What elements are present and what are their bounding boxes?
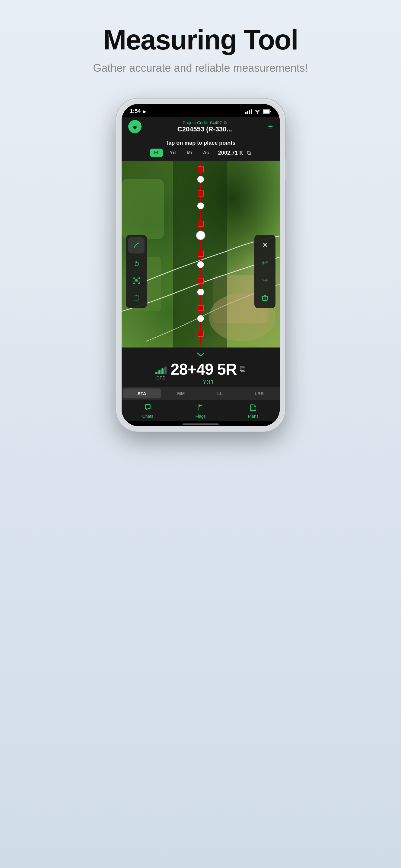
station-value: 28+49 5R (171, 360, 237, 378)
seg-btn-lrs[interactable]: LRS (240, 389, 279, 398)
delete-btn[interactable] (257, 290, 273, 306)
header-center: Project Code: 64407 ⧉ C204553 (R-330... (142, 120, 268, 133)
unit-tabs: Ft Yd Mi Ac 2002.71 ft ⧉ (128, 149, 273, 157)
hand-tool-btn[interactable] (128, 255, 145, 271)
page-subtitle: Gather accurate and reliable measurement… (93, 62, 308, 74)
svg-rect-11 (198, 191, 203, 196)
svg-point-17 (197, 176, 204, 183)
svg-rect-1 (247, 111, 248, 114)
home-indicator (122, 421, 280, 426)
tab-bar: Chats Flags (122, 400, 280, 421)
battery-icon (263, 110, 271, 114)
unit-tab-ac[interactable]: Ac (199, 149, 213, 157)
copy-station-icon[interactable]: ⧉ (239, 364, 246, 374)
phone-shell: 1:54 ▶ (116, 98, 285, 432)
gps-label: GPS (156, 375, 165, 380)
tap-hint: Tap on map to place points (128, 140, 273, 146)
gps-bar-4 (165, 367, 167, 374)
svg-rect-10 (198, 167, 203, 172)
station-info: 28+49 5R ⧉ Y31 (171, 360, 246, 386)
app-header: Project Code: 64407 ⧉ C204553 (R-330... … (122, 117, 280, 137)
svg-rect-2 (249, 110, 250, 114)
time-display: 1:54 (130, 108, 141, 115)
segment-control: STA MM LL LRS (122, 387, 280, 400)
tab-flags[interactable]: Flags (174, 400, 227, 421)
station-row: 28+49 5R ⧉ (171, 360, 246, 378)
plans-icon (250, 404, 257, 412)
seg-btn-ll[interactable]: LL (201, 389, 239, 398)
node-tool-btn[interactable] (128, 272, 145, 288)
page-title: Measuring Tool (103, 24, 298, 56)
tab-flags-label: Flags (195, 414, 205, 418)
left-tool-panel (126, 235, 147, 308)
svg-line-30 (137, 281, 138, 282)
location-icon: ▶ (143, 109, 146, 114)
svg-point-27 (133, 282, 135, 284)
undo-btn[interactable]: ↩ (257, 255, 273, 271)
svg-rect-0 (245, 112, 247, 114)
phone-container: 1:54 ▶ (116, 98, 285, 432)
station-display: GPS 28+49 5R ⧉ Y31 (128, 360, 273, 386)
chats-icon (144, 404, 151, 412)
svg-line-28 (135, 279, 136, 280)
svg-line-29 (137, 279, 138, 280)
tab-plans-label: Plans (248, 414, 259, 418)
gps-bar-2 (159, 370, 161, 374)
unit-tab-ft[interactable]: Ft (150, 149, 163, 157)
copy-project-icon[interactable]: ⧉ (224, 120, 227, 125)
wifi-icon (254, 109, 260, 114)
svg-point-19 (196, 231, 205, 240)
measurement-display: 2002.71 ft (218, 150, 243, 156)
svg-rect-32 (134, 296, 139, 300)
redo-btn[interactable]: ↪ (257, 272, 273, 288)
hamburger-menu[interactable]: ≡ (268, 122, 273, 131)
seg-btn-mm[interactable]: MM (162, 389, 200, 398)
close-btn[interactable]: ✕ (257, 237, 273, 253)
seg-btn-sta[interactable]: STA (123, 389, 162, 398)
tab-chats[interactable]: Chats (122, 400, 174, 421)
right-action-panel: ✕ ↩ ↪ (254, 235, 276, 308)
svg-rect-6 (263, 110, 269, 113)
svg-point-20 (197, 261, 204, 268)
unit-tab-mi[interactable]: Mi (182, 149, 196, 157)
status-icons (245, 109, 271, 114)
bottom-panel: GPS 28+49 5R ⧉ Y31 (122, 347, 280, 387)
home-bar (182, 424, 219, 425)
tab-plans[interactable]: Plans (227, 400, 280, 421)
project-name: C204553 (R-330... (145, 125, 265, 133)
signal-icon (245, 109, 252, 114)
app-logo[interactable] (128, 120, 142, 133)
project-code-value: 64407 (210, 120, 222, 125)
unit-tab-yd[interactable]: Yd (165, 149, 180, 157)
project-code: Project Code: 64407 ⧉ (145, 120, 265, 125)
svg-rect-14 (198, 278, 203, 284)
svg-rect-12 (198, 221, 203, 226)
select-tool-btn[interactable] (128, 290, 145, 306)
svg-rect-5 (270, 111, 271, 113)
svg-rect-3 (251, 110, 252, 114)
svg-point-18 (197, 203, 204, 209)
line-tool-btn[interactable] (128, 237, 145, 253)
measure-toolbar: Tap on map to place points Ft Yd Mi Ac 2… (122, 137, 280, 161)
svg-rect-13 (198, 251, 203, 256)
project-code-label: Project Code: (182, 120, 208, 125)
status-time: 1:54 ▶ (130, 108, 146, 115)
station-sub: Y31 (171, 378, 246, 386)
svg-point-21 (197, 289, 204, 296)
map-area[interactable]: ✕ ↩ ↪ (122, 161, 280, 347)
gps-bar-3 (162, 368, 164, 374)
gps-widget: GPS (155, 366, 167, 380)
status-bar: 1:54 ▶ (122, 104, 280, 117)
copy-measurement-icon[interactable]: ⧉ (247, 150, 251, 156)
gps-bar-1 (155, 372, 157, 374)
svg-point-24 (133, 277, 135, 279)
phone-screen: 1:54 ▶ (122, 104, 280, 426)
svg-point-25 (138, 277, 140, 279)
svg-point-22 (197, 315, 204, 322)
chevron-icon[interactable] (128, 350, 273, 359)
svg-rect-15 (198, 305, 203, 311)
svg-line-31 (135, 281, 136, 282)
tab-chats-label: Chats (142, 414, 153, 418)
svg-point-26 (138, 282, 140, 284)
flags-icon (197, 404, 204, 412)
